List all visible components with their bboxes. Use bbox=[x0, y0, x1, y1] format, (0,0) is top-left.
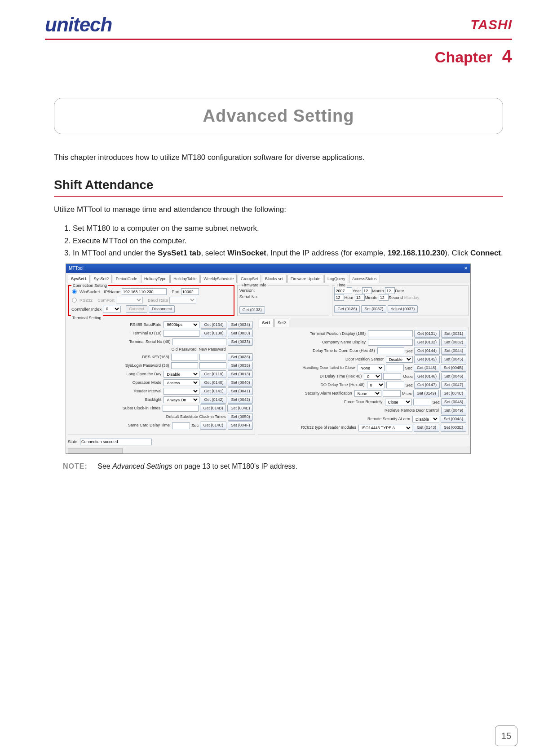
s44[interactable]: Set (0044) bbox=[441, 347, 466, 355]
s47[interactable]: Set (0047) bbox=[441, 381, 466, 389]
time-get-button[interactable]: Get (0136) bbox=[334, 305, 360, 313]
tab-groupset[interactable]: GroupSet bbox=[238, 275, 261, 283]
cnd-input[interactable] bbox=[368, 339, 413, 346]
tab-logquery[interactable]: LogQuery bbox=[324, 275, 349, 283]
g14C[interactable]: Get (014C) bbox=[200, 422, 226, 429]
month-input[interactable] bbox=[362, 287, 372, 294]
tab-sysset2[interactable]: SysSet2 bbox=[91, 275, 112, 283]
s32[interactable]: Set (0032) bbox=[441, 338, 466, 346]
dto-input[interactable] bbox=[377, 347, 404, 354]
dodly-val[interactable] bbox=[386, 382, 404, 388]
hdf-select[interactable]: None bbox=[358, 365, 385, 371]
s49[interactable]: Set (0049) bbox=[441, 407, 466, 414]
sct-input[interactable] bbox=[163, 405, 199, 412]
minute-input[interactable] bbox=[355, 294, 365, 301]
g148[interactable]: Get (0148) bbox=[414, 364, 439, 372]
g146[interactable]: Get (0146) bbox=[414, 373, 440, 380]
s4C[interactable]: Set (004C) bbox=[440, 390, 466, 397]
g134[interactable]: Get (0134) bbox=[201, 321, 226, 329]
s33[interactable]: Set (0033) bbox=[228, 338, 253, 346]
didly-select[interactable]: 0 bbox=[364, 373, 382, 380]
op-select[interactable]: Access bbox=[164, 379, 199, 386]
g130[interactable]: Get (0130) bbox=[201, 330, 226, 337]
s46[interactable]: Set (0046) bbox=[441, 373, 466, 380]
ipname-input[interactable] bbox=[122, 288, 167, 295]
s34[interactable]: Set (0034) bbox=[228, 321, 253, 329]
tid-input[interactable] bbox=[164, 330, 199, 337]
g143[interactable]: Get (0143) bbox=[414, 424, 439, 431]
subtab-set1[interactable]: Set1 bbox=[259, 319, 274, 327]
rc632-select[interactable]: ISO14443 TYPE A bbox=[358, 425, 412, 431]
s4E[interactable]: Set (004E) bbox=[227, 404, 253, 412]
des-old[interactable] bbox=[171, 354, 198, 360]
g141[interactable]: Get (0141) bbox=[201, 387, 226, 395]
slp-old[interactable] bbox=[171, 362, 198, 369]
g119[interactable]: Get (0119) bbox=[201, 370, 226, 378]
tab-firmware[interactable]: Fireware Update bbox=[287, 275, 324, 283]
subtab-set2[interactable]: Set2 bbox=[274, 319, 289, 327]
tab-holidaytype[interactable]: HolidayType bbox=[141, 275, 170, 283]
s40[interactable]: Set (0040) bbox=[228, 379, 253, 387]
bl-select[interactable]: Always On bbox=[164, 396, 199, 403]
s42[interactable]: Set (0042) bbox=[228, 396, 253, 404]
g131[interactable]: Get (0131) bbox=[414, 330, 440, 338]
rs485-select[interactable]: 9600bps bbox=[164, 321, 199, 328]
g144[interactable]: Get (0144) bbox=[414, 347, 440, 355]
year-input[interactable] bbox=[334, 287, 352, 294]
tab-accessstatus[interactable]: AccessStatus bbox=[349, 275, 380, 283]
scdt-input[interactable] bbox=[172, 422, 190, 429]
g149[interactable]: Get (0149) bbox=[413, 390, 439, 397]
s41[interactable]: Set (0041) bbox=[228, 387, 253, 395]
s4B[interactable]: Set (004B) bbox=[441, 364, 466, 372]
fdr-select[interactable]: Close bbox=[385, 399, 412, 405]
tab-blocksset[interactable]: Blocks set bbox=[262, 275, 287, 283]
g140[interactable]: Get (0140) bbox=[201, 379, 226, 387]
dps-select[interactable]: Disable bbox=[386, 356, 413, 363]
tsn-input[interactable] bbox=[172, 338, 226, 345]
s35[interactable]: Set (0035) bbox=[228, 362, 253, 369]
s4F[interactable]: Set (004F) bbox=[228, 422, 253, 429]
firmware-get-button[interactable]: Get (0133) bbox=[239, 306, 265, 314]
date-input[interactable] bbox=[385, 287, 395, 294]
s50[interactable]: Set (0050) bbox=[228, 413, 253, 421]
rs232-radio[interactable] bbox=[72, 298, 76, 302]
g14B[interactable]: Get (014B) bbox=[200, 404, 226, 412]
tpd-input[interactable] bbox=[368, 330, 413, 337]
dodly-select[interactable]: 0 bbox=[367, 382, 385, 388]
tab-weeklyschedule[interactable]: WeeklySchedule bbox=[200, 275, 237, 283]
disconnect-button[interactable]: Disconnect bbox=[149, 305, 175, 313]
time-adjust-button[interactable]: Adjust (0037) bbox=[388, 305, 418, 313]
ri-select[interactable] bbox=[164, 388, 199, 395]
g132[interactable]: Get (0132) bbox=[414, 338, 440, 346]
g147[interactable]: Get (0147) bbox=[414, 381, 440, 389]
san-select[interactable]: None bbox=[354, 390, 381, 397]
tab-sysset1[interactable]: SysSet1 bbox=[68, 275, 90, 283]
tab-holidaytable[interactable]: HolidayTable bbox=[170, 275, 200, 283]
s13[interactable]: Set (0013) bbox=[228, 370, 253, 378]
rsa-select[interactable]: Disable bbox=[412, 416, 439, 422]
didly-val[interactable] bbox=[383, 373, 401, 380]
s31[interactable]: Set (0031) bbox=[441, 330, 466, 338]
s45[interactable]: Set (0045) bbox=[441, 356, 466, 363]
s3E[interactable]: Set (003E) bbox=[441, 424, 466, 431]
g145[interactable]: Get (0145) bbox=[414, 356, 440, 363]
fdr-val[interactable] bbox=[413, 399, 431, 405]
s48[interactable]: Set (0048) bbox=[441, 398, 466, 406]
hour-input[interactable] bbox=[334, 294, 344, 301]
s4A[interactable]: Set (004A) bbox=[441, 415, 466, 423]
ctrlindex-select[interactable]: 0 bbox=[103, 306, 121, 312]
des-new[interactable] bbox=[199, 354, 226, 360]
close-icon[interactable]: ✕ bbox=[464, 265, 468, 272]
port-input[interactable] bbox=[181, 288, 199, 295]
tab-periodcode[interactable]: PeriodCode bbox=[113, 275, 141, 283]
s30[interactable]: Set (0030) bbox=[228, 330, 253, 337]
s36[interactable]: Set (0036) bbox=[228, 353, 253, 361]
scrollbar[interactable] bbox=[66, 447, 470, 453]
connect-button[interactable]: Connect bbox=[126, 305, 147, 313]
winsocket-radio[interactable] bbox=[72, 290, 76, 294]
g142[interactable]: Get (0142) bbox=[201, 396, 226, 404]
second-input[interactable] bbox=[379, 294, 389, 301]
lod-select[interactable]: Disable bbox=[164, 371, 199, 378]
slp-new[interactable] bbox=[199, 362, 226, 369]
hdf-val[interactable] bbox=[386, 365, 404, 371]
